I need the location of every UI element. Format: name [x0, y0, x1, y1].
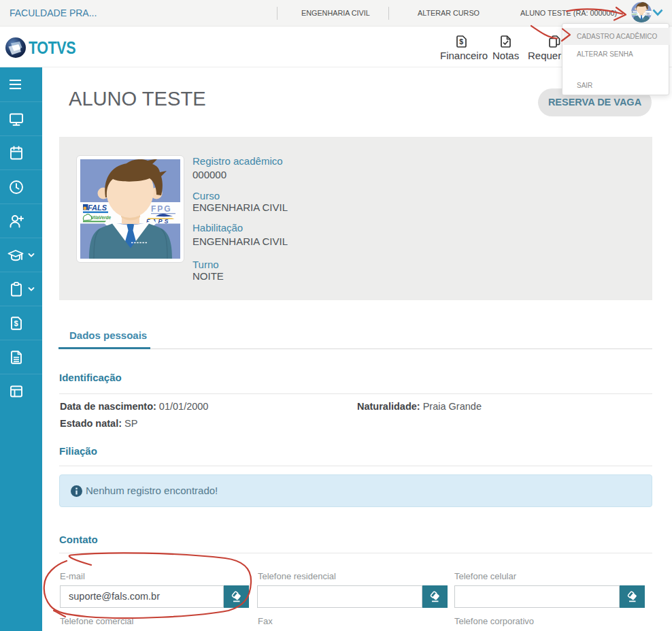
svg-text:$: $	[14, 319, 18, 327]
svg-text:$: $	[459, 37, 463, 46]
